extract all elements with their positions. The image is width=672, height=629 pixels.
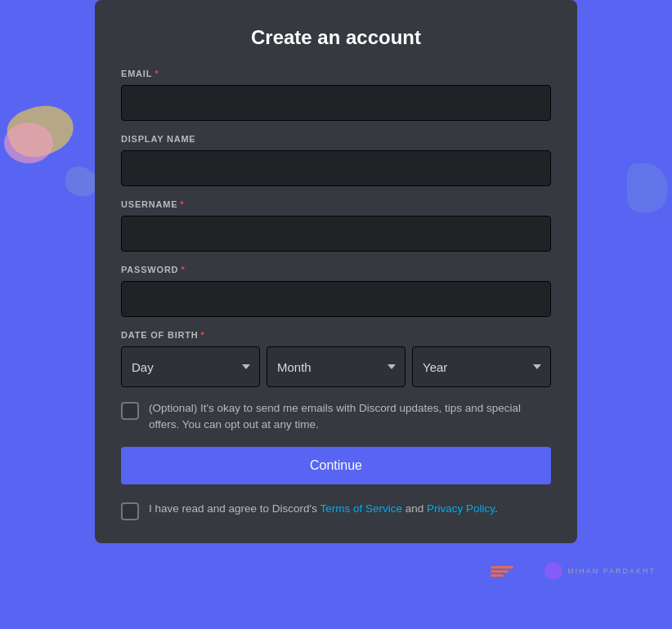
optional-email-row: (Optional) It's okay to send me emails w… xyxy=(121,400,551,434)
dob-day-wrapper: Day 123456789101112131415161718192021222… xyxy=(121,346,260,387)
watermark-line-1 xyxy=(491,566,513,569)
bg-decoration-right xyxy=(627,163,668,212)
modal-title: Create an account xyxy=(121,26,551,49)
dob-field-group: DATE OF BIRTH* Day 123456789101112131415… xyxy=(121,330,551,387)
dob-year-wrapper: Year 20262025202420232022202120202019201… xyxy=(412,346,551,387)
dob-month-wrapper: Month JanuaryFebruaryMarchAprilMayJuneJu… xyxy=(267,346,405,387)
optional-email-checkbox[interactable] xyxy=(121,402,139,420)
watermark: MIHAN PARDAKHT xyxy=(491,562,656,580)
password-label: PASSWORD* xyxy=(121,265,551,274)
terms-checkbox[interactable] xyxy=(121,502,139,520)
dob-day-select[interactable]: Day 123456789101112131415161718192021222… xyxy=(121,346,260,387)
email-label: EMAIL* xyxy=(121,69,551,78)
display-name-label: DISPLAY NAME xyxy=(121,134,551,144)
terms-of-service-link[interactable]: Terms of Service xyxy=(320,502,402,515)
username-input[interactable] xyxy=(121,216,551,252)
dob-required-star: * xyxy=(201,330,205,340)
email-field-group: EMAIL* xyxy=(121,69,551,121)
display-name-input[interactable] xyxy=(121,150,551,186)
optional-email-label: (Optional) It's okay to send me emails w… xyxy=(149,400,551,434)
email-input[interactable] xyxy=(121,85,551,121)
watermark-logo xyxy=(491,566,513,577)
password-required-star: * xyxy=(181,265,185,274)
watermark-line-3 xyxy=(491,574,504,577)
privacy-policy-link[interactable]: Privacy Policy xyxy=(427,502,495,515)
dob-label: DATE OF BIRTH* xyxy=(121,330,551,340)
username-required-star: * xyxy=(180,199,184,209)
dob-year-select[interactable]: Year 20262025202420232022202120202019201… xyxy=(412,346,551,387)
watermark-text-label: MIHAN PARDAKHT xyxy=(567,567,656,575)
terms-text: I have read and agree to Discord's Terms… xyxy=(149,501,498,517)
email-required-star: * xyxy=(155,69,159,78)
username-label: USERNAME* xyxy=(121,199,551,209)
purple-circle xyxy=(544,562,562,580)
terms-row: I have read and agree to Discord's Terms… xyxy=(121,501,551,520)
bg-decoration-pink xyxy=(4,123,53,163)
dob-row: Day 123456789101112131415161718192021222… xyxy=(121,346,551,387)
create-account-modal: Create an account EMAIL* DISPLAY NAME US… xyxy=(95,0,577,543)
watermark-line-2 xyxy=(491,570,508,573)
dob-month-select[interactable]: Month JanuaryFebruaryMarchAprilMayJuneJu… xyxy=(267,346,405,387)
password-field-group: PASSWORD* xyxy=(121,265,551,317)
display-name-field-group: DISPLAY NAME xyxy=(121,134,551,186)
continue-button[interactable]: Continue xyxy=(121,447,551,484)
password-input[interactable] xyxy=(121,281,551,317)
username-field-group: USERNAME* xyxy=(121,199,551,252)
watermark-badge xyxy=(518,562,562,580)
discord-mini-logo xyxy=(518,562,541,580)
